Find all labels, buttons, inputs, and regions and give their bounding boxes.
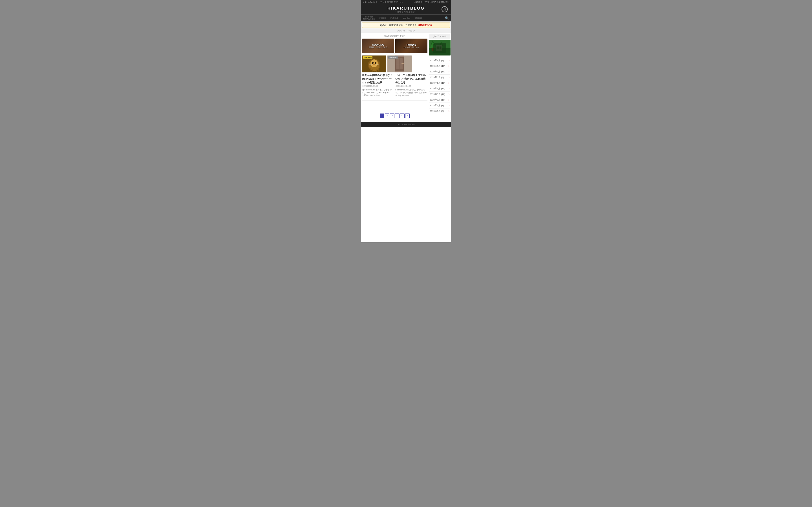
- post-thumb-cooking[interactable]: COOKING: [388, 55, 412, 72]
- post-titles-row: 最初から御せぬと思うな！Uber Eats（ウーバーイーツ）の配達の仕事 公開日…: [362, 73, 427, 97]
- archive-arrow-8: ›: [449, 104, 449, 107]
- category-top-label: ～ CATEGORY TOP ～: [362, 34, 427, 38]
- post-right-meta: 【キッチン掃除篇】するめいか と 焦さ れ、あれは信号になる 公開日2019.0…: [395, 73, 427, 97]
- sidebar: プロフィール: [427, 34, 450, 120]
- archive-item-1[interactable]: 2019年8月 (10) ›: [429, 63, 450, 69]
- content-area: ～ CATEGORY TOP ～ COOKING ・調理器・料理術・切り方・ F…: [362, 34, 427, 120]
- topbar-right: UBERイーツ ではじめる副業配達子: [414, 1, 450, 4]
- archive-item-8[interactable]: 2018年7月 (7) ›: [429, 103, 450, 108]
- svg-point-21: [403, 63, 404, 64]
- post-tag-cooking: COOKING: [388, 56, 398, 59]
- profile-label: プロフィール: [429, 34, 450, 39]
- svg-marker-33: [439, 43, 444, 48]
- post-card-row: Uber Eats: [362, 55, 427, 100]
- archive-item-6[interactable]: 2019年3月 (12) ›: [429, 92, 450, 97]
- sidebar-profile: プロフィール: [429, 34, 450, 55]
- header-icon[interactable]: Ω: [442, 6, 448, 12]
- post-left-meta: 最初から御せぬと思うな！Uber Eats（ウーバーイーツ）の配達の仕事 公開日…: [362, 73, 394, 97]
- page-17-button[interactable]: 17: [400, 114, 405, 118]
- nav-foodie[interactable]: FOODIE: [377, 16, 388, 20]
- archive-arrow-9: ›: [449, 110, 449, 113]
- banner-text1: あの子、面接では よかったのに！！: [380, 24, 417, 27]
- page-dots: …: [395, 114, 400, 118]
- page-wrapper: ラダベやんなよ、モノト前売販売アーベ UBERイーツ ではじめる副業配達子 HI…: [361, 0, 451, 242]
- page-2-button[interactable]: 2: [385, 114, 389, 118]
- svg-rect-31: [441, 44, 442, 51]
- page-next-button[interactable]: ›: [405, 114, 410, 118]
- banner-text2: 適性検査SPI3: [418, 24, 432, 27]
- site-header: HIKARUsBLOG ・趣味と料理と粒子・ Ω: [361, 4, 451, 14]
- topbar-left: ラダベやんなよ、モノト前売販売アーベ: [362, 1, 403, 4]
- post-thumb-ubereats[interactable]: Uber Eats: [362, 55, 386, 72]
- archive-item-0[interactable]: 2019年9月 (3) ›: [429, 58, 450, 63]
- banner-inner[interactable]: あの子、面接では よかったのに！！ 適性検査SPI3: [362, 22, 450, 28]
- post-excerpt-cooking: SponsoredLink どうも。ひかるです。キッチンを自分キレイにするやり方…: [395, 89, 427, 97]
- nav-others[interactable]: OTHERS: [412, 16, 424, 20]
- main-nav: COOKING 料理のあれこれ FOODIE MYTHING Uber Eats…: [361, 14, 451, 21]
- search-icon[interactable]: 🔍: [443, 15, 451, 21]
- archive-item-7[interactable]: 2019年2月 (10) ›: [429, 97, 450, 103]
- banner: あの子、面接では よかったのに！！ 適性検査SPI3: [361, 21, 451, 29]
- post-tag-uber: Uber Eats: [363, 56, 372, 59]
- cat-foodie-label: FOODIE ・行ける店・気になる・: [402, 43, 421, 49]
- svg-rect-36: [440, 46, 441, 49]
- nav-mything[interactable]: MYTHING: [388, 16, 401, 20]
- profile-image[interactable]: [429, 40, 451, 55]
- nav-ubereats[interactable]: Uber Eats: [401, 16, 413, 20]
- svg-rect-34: [436, 45, 442, 51]
- post-date-cooking: 公開日2019.04.03: [395, 85, 427, 88]
- archive-item-4[interactable]: 2019年5月 (11) ›: [429, 80, 450, 86]
- page-3-button[interactable]: 3: [390, 114, 395, 118]
- archive-arrow-4: ›: [449, 81, 449, 84]
- post-title-cooking[interactable]: 【キッチン掃除篇】するめいか と 焦さ れ、あれは信号になる: [395, 73, 427, 84]
- category-card-cooking[interactable]: COOKING ・調理器・料理術・切り方・: [362, 39, 394, 53]
- post-date-uber: 公開日2019.04.03: [362, 85, 394, 88]
- archive-item-9[interactable]: 2019年6月 (8) ›: [429, 108, 450, 114]
- site-subtitle: ・趣味と料理と粒子・: [361, 10, 451, 13]
- main-content: ～ CATEGORY TOP ～ COOKING ・調理器・料理術・切り方・ F…: [361, 33, 451, 122]
- svg-rect-37: [436, 45, 442, 47]
- svg-rect-35: [437, 46, 439, 49]
- archive-arrow-2: ›: [449, 70, 449, 73]
- svg-rect-22: [400, 58, 400, 69]
- archive-arrow-1: ›: [449, 64, 449, 68]
- archive-arrow-6: ›: [449, 93, 449, 96]
- site-title: HIKARUsBLOG: [361, 6, 451, 10]
- archive-arrow-3: ›: [449, 76, 449, 79]
- post-excerpt-uber: SponsoredLink どうも。ひかるです。Uber Eats（ウーバーイー…: [362, 89, 394, 97]
- category-card-foodie[interactable]: FOODIE ・行ける店・気になる・: [395, 39, 427, 53]
- svg-rect-23: [396, 64, 403, 64]
- svg-point-4: [370, 59, 378, 67]
- ad-strip: スポンサードリンク: [361, 29, 451, 33]
- archive-arrow-0: ›: [449, 59, 449, 62]
- archive-item-2[interactable]: 2019年7月 (10) ›: [429, 69, 450, 75]
- svg-point-7: [373, 64, 375, 65]
- cat-cooking-label: COOKING ・調理器・料理術・切り方・: [367, 43, 389, 49]
- svg-rect-25: [404, 55, 412, 72]
- page-1-button[interactable]: 1: [380, 114, 384, 118]
- archive-item-5[interactable]: 2019年4月 (10) ›: [429, 86, 450, 92]
- profile-img-svg: [429, 40, 451, 55]
- post-card-images: Uber Eats: [362, 55, 427, 72]
- site-footer: スポンサードリンク: [361, 122, 451, 127]
- post-placeholder-1: [362, 103, 427, 111]
- pagination: 1 2 3 … 17 ›: [362, 114, 427, 118]
- archive-arrow-7: ›: [449, 98, 449, 101]
- top-bar: ラダベやんなよ、モノト前売販売アーベ UBERイーツ ではじめる副業配達子: [361, 0, 451, 4]
- svg-point-6: [375, 62, 376, 64]
- nav-cooking[interactable]: COOKING 料理のあれこれ: [361, 15, 377, 21]
- archive-arrow-5: ›: [449, 87, 449, 90]
- archive-list: 2019年9月 (3) › 2019年8月 (10) › 2019年7月 (10…: [429, 58, 450, 114]
- archive-item-3[interactable]: 2019年6月 (8) ›: [429, 75, 450, 80]
- category-grid: COOKING ・調理器・料理術・切り方・ FOODIE ・行ける店・気になる・: [362, 39, 427, 53]
- svg-point-5: [372, 62, 373, 64]
- post-title-uber[interactable]: 最初から御せぬと思うな！Uber Eats（ウーバーイーツ）の配達の仕事: [362, 73, 394, 84]
